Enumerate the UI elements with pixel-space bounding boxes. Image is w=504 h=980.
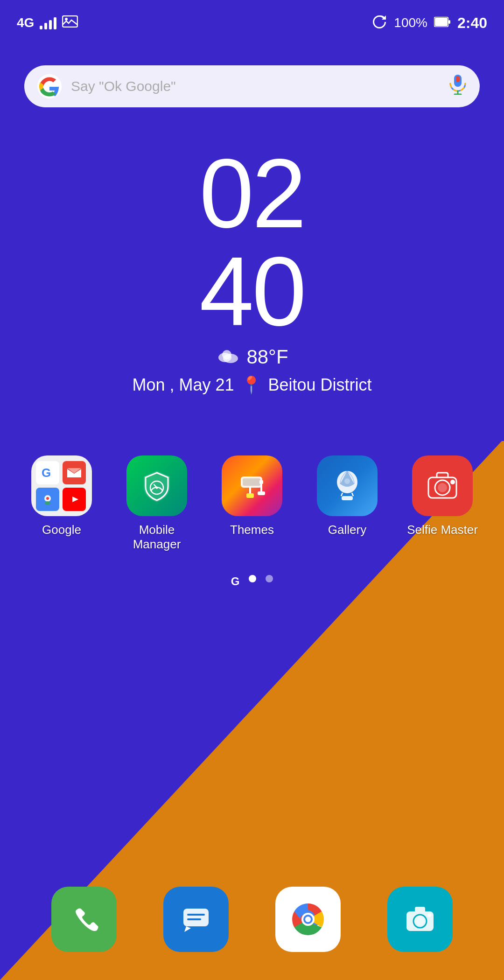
google-label: Google: [42, 523, 81, 537]
svg-point-32: [344, 478, 350, 484]
themes-icon: [222, 455, 282, 516]
status-time: 2:40: [457, 14, 487, 32]
network-indicator: 4G: [17, 15, 34, 30]
svg-rect-7: [456, 76, 460, 82]
rotate-icon: [371, 14, 387, 32]
svg-point-15: [45, 501, 50, 505]
mobile-manager-icon: [126, 455, 187, 516]
signal-bar-1: [40, 26, 42, 29]
app-gallery[interactable]: Gallery: [310, 455, 385, 537]
page-indicators: G: [0, 575, 504, 588]
svg-rect-22: [243, 478, 260, 486]
svg-point-1: [65, 18, 68, 21]
clock-hour: 02: [0, 145, 504, 243]
selfie-master-label: Selfie Master: [407, 523, 478, 537]
status-bar: 4G 100%: [0, 0, 504, 37]
gallery-label: Gallery: [328, 523, 366, 537]
signal-bar-4: [54, 17, 56, 29]
svg-point-16: [46, 497, 49, 500]
location-text: Beitou District: [268, 375, 372, 395]
status-right: 100% 2:40: [371, 14, 487, 32]
svg-rect-4: [448, 20, 450, 24]
maps-icon: [36, 488, 59, 511]
svg-point-47: [416, 917, 424, 925]
google-search-bar[interactable]: Say "Ok Google": [24, 65, 480, 107]
google-folder-icon: G: [31, 455, 92, 516]
app-google[interactable]: G Google: [24, 455, 99, 537]
google-logo: [37, 74, 62, 98]
signal-bar-3: [49, 20, 52, 29]
youtube-icon: [63, 488, 86, 511]
selfie-master-icon: [412, 455, 473, 516]
temperature: 88°F: [246, 346, 288, 368]
google-g-icon: G: [36, 461, 59, 484]
dock-camera[interactable]: [387, 887, 453, 952]
svg-point-36: [450, 480, 455, 484]
clock-widget: 02 40 88°F Mon , May 21 📍 Beitou Distric…: [0, 145, 504, 395]
app-grid: G Google: [0, 455, 504, 552]
svg-rect-37: [183, 909, 209, 926]
svg-rect-3: [435, 18, 448, 26]
page-indicator-inactive[interactable]: [266, 575, 273, 582]
clock-minute: 40: [0, 243, 504, 341]
status-left: 4G: [17, 15, 78, 31]
date-row: Mon , May 21 📍 Beitou District: [0, 375, 504, 395]
mobile-manager-label: Mobile Manager: [119, 523, 194, 552]
svg-marker-17: [72, 497, 78, 502]
app-mobile-manager[interactable]: Mobile Manager: [119, 455, 194, 552]
gmail-icon: [63, 461, 86, 484]
svg-point-48: [427, 913, 431, 917]
notification-image-icon: [62, 15, 78, 31]
gallery-icon: [317, 455, 378, 516]
svg-line-30: [352, 493, 353, 496]
dock: [0, 887, 504, 952]
page-indicator-active[interactable]: [249, 575, 256, 582]
svg-point-20: [156, 487, 158, 489]
location-pin-icon: 📍: [241, 375, 262, 395]
svg-line-29: [341, 493, 343, 496]
themes-label: Themes: [230, 523, 274, 537]
app-themes[interactable]: Themes: [215, 455, 289, 537]
search-placeholder: Say "Ok Google": [71, 78, 440, 94]
svg-point-44: [305, 917, 311, 922]
app-selfie-master[interactable]: Selfie Master: [405, 455, 480, 537]
svg-rect-31: [342, 496, 353, 500]
svg-point-35: [438, 483, 447, 492]
svg-rect-27: [246, 493, 254, 498]
page-indicator-g: G: [231, 575, 240, 588]
dock-messages[interactable]: [163, 887, 229, 952]
signal-bars: [40, 16, 56, 29]
svg-rect-25: [258, 491, 265, 495]
cloud-icon: [216, 345, 240, 369]
signal-bar-2: [44, 23, 47, 29]
svg-text:G: G: [42, 466, 51, 480]
weather-row: 88°F: [0, 345, 504, 369]
date-text: Mon , May 21: [132, 375, 234, 395]
battery-icon: [434, 17, 451, 29]
dock-phone[interactable]: [51, 887, 117, 952]
microphone-icon[interactable]: [449, 74, 467, 99]
dock-chrome[interactable]: [275, 887, 341, 952]
battery-percent: 100%: [394, 15, 427, 30]
svg-point-12: [222, 350, 231, 359]
